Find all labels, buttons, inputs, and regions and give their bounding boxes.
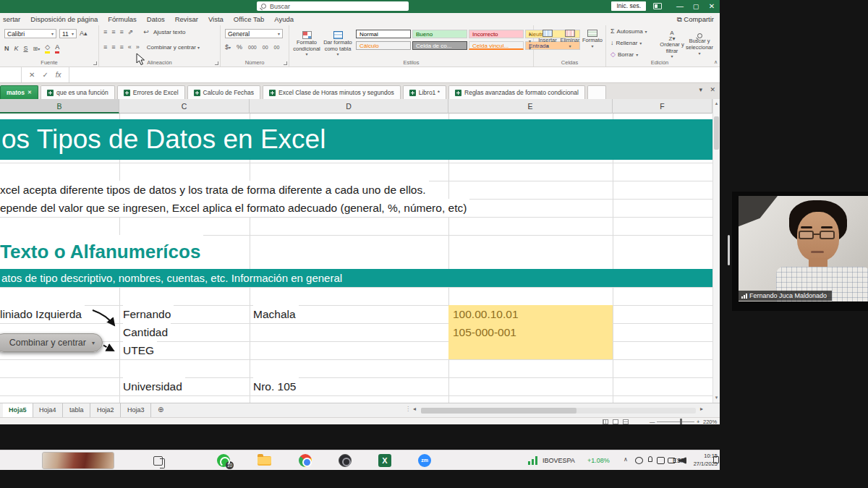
merge-center-button[interactable]: Combinar y centrar ▾ (147, 44, 200, 51)
excel-app-icon[interactable]: X (378, 454, 391, 467)
font-color-icon[interactable]: A (55, 44, 59, 53)
whatsapp-icon[interactable]: 10 (217, 454, 230, 467)
sheet-tab-hoja2[interactable]: Hoja2 (91, 403, 121, 417)
doc-tab-menu-icon[interactable]: ▾ (699, 86, 702, 93)
hscroll-left-icon[interactable]: ◂ (413, 406, 416, 412)
style-celda-comprobacion[interactable]: Celda de co... (412, 41, 467, 50)
language-indicator[interactable]: ESP (673, 457, 685, 464)
conditional-format-button[interactable]: Formato condicional ▾ (292, 28, 321, 60)
align-bottom-icon[interactable]: ≡ (120, 29, 124, 35)
sheet-title-banner[interactable]: os Tipos de Datos en Excel (0, 119, 712, 160)
number-format-select[interactable]: General▾ (225, 29, 283, 38)
cell-d-machala[interactable]: Machala (253, 305, 299, 323)
align-top-icon[interactable]: ≡ (103, 29, 107, 35)
vertical-scrollbar[interactable]: ▴ ▾ (712, 99, 720, 403)
orientation-icon[interactable]: ⇗ (128, 29, 134, 35)
underline-button[interactable]: S (24, 46, 28, 52)
italic-button[interactable]: K (14, 46, 19, 52)
sheet-tab-tabla[interactable]: tabla (64, 403, 90, 417)
insert-cells-button[interactable]: Insertar ▾ (537, 30, 558, 49)
page-layout-icon[interactable] (613, 419, 618, 424)
splitter-icon[interactable]: ⋮ (405, 406, 411, 412)
panel-handle[interactable] (728, 235, 730, 265)
cell-e-code1[interactable]: 100.00.10.01 (453, 305, 522, 323)
comma-style-icon[interactable]: 000 (248, 45, 257, 50)
dialog-launcher-icon[interactable] (93, 61, 97, 65)
percent-icon[interactable]: % (237, 44, 242, 51)
grow-font-icon[interactable]: A▴ (80, 30, 88, 37)
doc-tab-close-icon[interactable]: ✕ (710, 86, 715, 93)
tab-disposicion[interactable]: Disposición de página (30, 15, 98, 23)
cell-d-nro105[interactable]: Nro. 105 (253, 377, 299, 395)
settings-app-icon[interactable] (339, 454, 352, 467)
align-right-icon[interactable]: ≡ (120, 44, 124, 51)
search-input[interactable]: Buscar (257, 1, 409, 11)
doc-tab-libro1[interactable]: Libro1 * (403, 85, 446, 99)
tray-expand-icon[interactable]: ∧ (624, 456, 628, 463)
align-left-icon[interactable]: ≡ (103, 44, 107, 51)
minimize-button[interactable]: — (672, 0, 688, 13)
doc-tab-reglas[interactable]: Reglas avanzadas de formato condicional (448, 85, 585, 99)
file-explorer-icon[interactable] (258, 456, 271, 466)
doc-tab-funcion[interactable]: que es una función (41, 85, 115, 99)
section-banner[interactable]: atos de tipo descriptivo, nombres, cuent… (0, 269, 712, 287)
worksheet-grid[interactable]: os Tipos de Datos en Excel xcel acepta d… (0, 114, 712, 403)
task-view-icon[interactable] (153, 456, 163, 466)
currency-icon[interactable]: $▾ (225, 44, 231, 51)
borders-icon[interactable]: ⊞▾ (33, 46, 41, 52)
scroll-down-icon[interactable]: ▾ (713, 393, 720, 402)
font-name-select[interactable]: Calibri▾ (4, 29, 56, 38)
decrease-decimal-icon[interactable]: 00 (274, 45, 280, 50)
decrease-indent-icon[interactable]: « (128, 44, 132, 51)
share-button[interactable]: ⧉ Compartir (677, 13, 714, 25)
style-bueno[interactable]: Bueno (412, 30, 467, 38)
gallery-up-icon[interactable]: ▴ (529, 31, 531, 36)
floating-merge-button[interactable]: Combinar y centrar ▾ (0, 333, 103, 352)
font-size-select[interactable]: 11▾ (59, 29, 77, 38)
sheet-tab-hoja5[interactable]: Hoja5 (3, 403, 33, 417)
cell-b-label[interactable]: liniado Izquierda (0, 305, 85, 323)
tab-ayuda[interactable]: Ayuda (274, 15, 294, 23)
clear-button[interactable]: ◇ Borrar ▾ (606, 51, 657, 58)
increase-indent-icon[interactable]: » (136, 44, 140, 51)
chrome-icon[interactable] (299, 454, 312, 467)
sheet-tab-hoja3[interactable]: Hoja3 (122, 403, 151, 417)
tab-datos[interactable]: Datos (147, 15, 165, 23)
cell-c-universidad[interactable]: Universidad (123, 377, 185, 395)
restore-button[interactable]: ▢ (688, 0, 704, 13)
vertical-scroll-thumb[interactable] (714, 116, 719, 150)
normal-view-icon[interactable] (603, 419, 608, 424)
column-header-b[interactable]: B (0, 99, 119, 114)
zoom-in-icon[interactable]: + (697, 419, 699, 425)
enter-icon[interactable]: ✓ (42, 71, 48, 79)
dialog-launcher-icon[interactable] (215, 61, 218, 65)
cancel-icon[interactable]: ✕ (29, 71, 35, 79)
sheet-tab-hoja4[interactable]: Hoja4 (33, 403, 63, 417)
name-box[interactable] (0, 67, 22, 82)
microphone-icon[interactable] (648, 456, 652, 462)
fill-color-icon[interactable]: ◇ (45, 44, 50, 53)
doc-tab-formatos[interactable]: matos✕ (0, 85, 38, 99)
tray-app-icon[interactable] (635, 457, 643, 464)
cell-paragraph-2[interactable]: epende del valor que se ingresen, Excel … (0, 199, 469, 217)
horizontal-scroll-thumb[interactable] (421, 408, 576, 414)
align-middle-icon[interactable]: ≡ (111, 29, 115, 35)
doc-tab-fechas[interactable]: Calculo de Fechas (187, 85, 260, 99)
action-center-icon[interactable] (713, 456, 719, 463)
ticker-name[interactable]: IBOVESPA (542, 457, 575, 464)
ribbon-display-options-icon[interactable] (653, 3, 662, 9)
dialog-launcher-icon[interactable] (284, 61, 287, 65)
format-cells-button[interactable]: Formato ▾ (582, 30, 603, 49)
autosum-button[interactable]: Σ Autosuma ▾ (606, 28, 657, 35)
cell-paragraph-1[interactable]: xcel acepta diferente tipos de datos y l… (0, 181, 429, 199)
close-button[interactable]: ✕ (704, 0, 720, 13)
style-calculo[interactable]: Cálculo (356, 41, 411, 50)
doc-tab-horas[interactable]: Excel Clase de Horas minutos y segundos (263, 85, 401, 99)
zoom-app-icon[interactable]: zm (418, 454, 431, 467)
style-incorrecto[interactable]: Incorrecto (469, 30, 524, 38)
column-header-c[interactable]: C (119, 99, 250, 114)
column-header-f[interactable]: F (613, 99, 712, 114)
cell-e-code2[interactable]: 105-000-001 (453, 323, 519, 341)
collapse-ribbon-icon[interactable]: ∧ (714, 59, 718, 65)
fill-button[interactable]: ↓ Rellenar ▾ (606, 40, 657, 46)
